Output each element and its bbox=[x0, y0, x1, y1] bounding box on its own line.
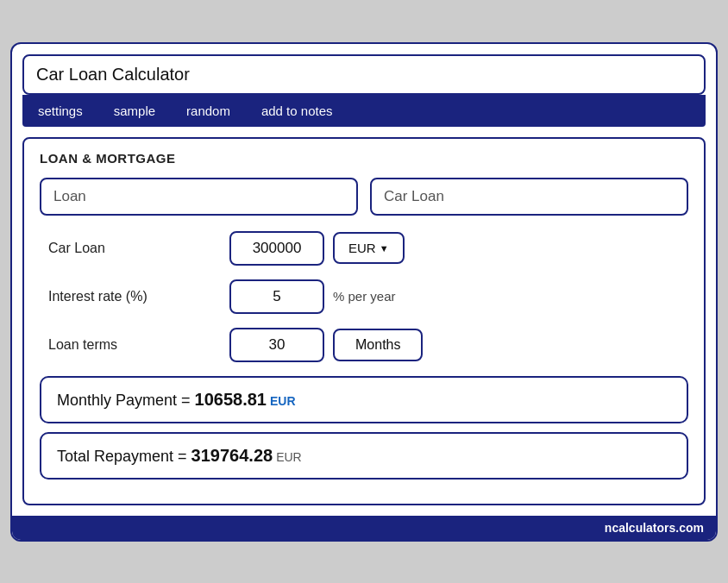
calculator-title: Car Loan Calculator bbox=[22, 54, 706, 95]
total-repayment-currency: EUR bbox=[276, 450, 302, 464]
currency-arrow-icon: ▼ bbox=[380, 243, 389, 254]
interest-label: Interest rate (%) bbox=[48, 289, 221, 304]
calculator-container: Car Loan Calculator settings sample rand… bbox=[10, 42, 718, 542]
car-loan-row: Car Loan EUR ▼ bbox=[48, 231, 680, 266]
total-repayment-label: Total Repayment = bbox=[57, 448, 191, 465]
interest-unit: % per year bbox=[333, 289, 396, 304]
tab-bar: settings sample random add to notes bbox=[22, 95, 706, 127]
currency-button[interactable]: EUR ▼ bbox=[333, 232, 405, 264]
tab-settings[interactable]: settings bbox=[22, 95, 98, 127]
tab-add-to-notes[interactable]: add to notes bbox=[246, 95, 348, 127]
interest-input[interactable] bbox=[229, 279, 324, 314]
currency-label: EUR bbox=[348, 241, 376, 255]
type1-input[interactable] bbox=[40, 178, 358, 216]
car-loan-label: Car Loan bbox=[48, 241, 221, 256]
total-repayment-value: 319764.28 bbox=[191, 446, 273, 465]
monthly-payment-value: 10658.81 bbox=[195, 390, 267, 409]
tab-sample[interactable]: sample bbox=[98, 95, 171, 127]
total-repayment-box: Total Repayment = 319764.28EUR bbox=[40, 432, 688, 480]
section-label: LOAN & MORTGAGE bbox=[40, 151, 688, 166]
brand-label: ncalculators.com bbox=[12, 516, 716, 540]
loan-terms-input[interactable] bbox=[229, 328, 324, 362]
monthly-payment-currency: EUR bbox=[270, 394, 296, 408]
monthly-payment-label: Monthly Payment = bbox=[57, 392, 195, 409]
tab-random[interactable]: random bbox=[171, 95, 246, 127]
interest-row: Interest rate (%) % per year bbox=[48, 279, 680, 314]
monthly-payment-box: Monthly Payment = 10658.81EUR bbox=[40, 376, 688, 423]
car-loan-input[interactable] bbox=[229, 231, 324, 266]
main-content: LOAN & MORTGAGE Car Loan EUR ▼ Interest … bbox=[22, 137, 706, 505]
months-button[interactable]: Months bbox=[333, 329, 423, 361]
fields-section: Car Loan EUR ▼ Interest rate (%) % per y… bbox=[40, 231, 688, 362]
type-row bbox=[40, 178, 688, 216]
loan-terms-label: Loan terms bbox=[48, 337, 221, 353]
type2-input[interactable] bbox=[370, 178, 688, 216]
loan-terms-row: Loan terms Months bbox=[48, 328, 680, 362]
